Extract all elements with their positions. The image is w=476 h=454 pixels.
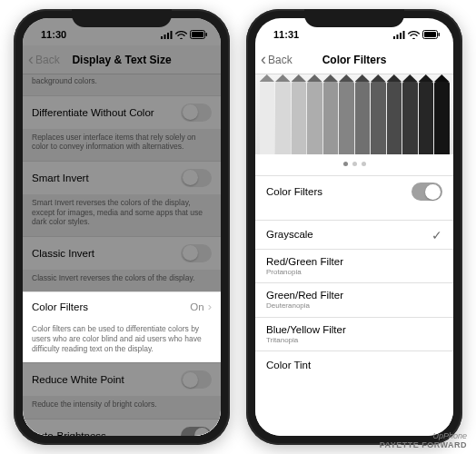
filter-option-green-red[interactable]: Green/Red Filter Deuteranopia xyxy=(255,282,453,316)
status-time: 11:31 xyxy=(273,29,299,40)
row-desc: Color filters can be used to differentia… xyxy=(23,321,221,362)
pencil xyxy=(260,82,275,154)
pencil xyxy=(307,82,322,154)
row-desc: Replaces user interface items that rely … xyxy=(23,129,221,161)
toggle-classic-invert[interactable] xyxy=(181,244,212,262)
watermark-line2: PAYETTE FORWARD xyxy=(380,441,467,450)
filter-label-text: Green/Red Filter xyxy=(266,290,343,301)
row-classic-invert[interactable]: Classic Invert xyxy=(23,236,221,270)
filter-label-text: Blue/Yellow Filter xyxy=(266,324,346,335)
filter-sublabel: Protanopia xyxy=(266,269,343,277)
pencil xyxy=(292,82,307,154)
svg-rect-10 xyxy=(403,31,405,39)
battery-icon xyxy=(190,30,208,39)
filter-label: Blue/Yellow Filter Tritanopia xyxy=(266,324,346,344)
filter-sublabel: Deuteranopia xyxy=(266,302,343,311)
toggle-differentiate[interactable] xyxy=(181,104,212,122)
screen-display-text-size: 11:30 ‹ Back Display & Text Size backgro… xyxy=(23,18,221,436)
status-time: 11:30 xyxy=(41,29,66,40)
row-label: Auto-Brightness xyxy=(32,430,106,436)
color-filters-content[interactable]: Color Filters Grayscale ✓ Red/Green Filt… xyxy=(255,74,453,436)
row-label: Color Filters xyxy=(266,186,322,198)
filter-label-text: Red/Green Filter xyxy=(266,256,343,267)
notch xyxy=(304,9,404,27)
svg-rect-2 xyxy=(167,33,169,39)
back-button[interactable]: ‹ Back xyxy=(261,53,293,67)
svg-rect-3 xyxy=(171,31,173,39)
row-differentiate-without-color[interactable]: Differentiate Without Color xyxy=(23,95,221,129)
pencil xyxy=(275,82,291,154)
filter-label: Red/Green Filter Protanopia xyxy=(266,256,343,276)
page-dot[interactable] xyxy=(362,162,366,166)
row-label: Reduce White Point xyxy=(32,374,124,385)
cellular-icon xyxy=(393,31,405,39)
pencils-preview-image[interactable] xyxy=(255,74,453,154)
svg-rect-1 xyxy=(164,35,166,39)
svg-rect-9 xyxy=(400,33,402,39)
svg-rect-5 xyxy=(206,33,208,36)
row-color-filters-toggle[interactable]: Color Filters xyxy=(255,175,453,207)
nav-header: ‹ Back Display & Text Size xyxy=(23,45,221,74)
wifi-icon xyxy=(408,31,420,39)
filter-option-color-tint[interactable]: Color Tint xyxy=(255,350,453,380)
cellular-icon xyxy=(161,31,173,39)
filter-option-grayscale[interactable]: Grayscale ✓ xyxy=(255,220,453,249)
row-label: Smart Invert xyxy=(32,173,89,183)
back-button[interactable]: ‹ Back xyxy=(28,53,60,67)
row-value: On › xyxy=(190,300,212,313)
watermark: UpPhone PAYETTE FORWARD xyxy=(380,432,467,450)
page-dot[interactable] xyxy=(343,162,348,166)
row-desc: Reduce the intensity of bright colors. xyxy=(23,396,221,419)
filter-label: Grayscale xyxy=(266,229,313,241)
nav-header: ‹ Back Color Filters xyxy=(255,45,453,74)
filter-label: Color Tint xyxy=(266,360,311,371)
pencil xyxy=(434,82,450,154)
section-spacer xyxy=(255,207,453,220)
filter-sublabel: Tritanopia xyxy=(266,337,346,345)
pencil xyxy=(419,82,434,154)
toggle-auto-brightness[interactable] xyxy=(181,427,212,436)
filter-label: Green/Red Filter Deuteranopia xyxy=(266,290,343,310)
toggle-reduce-white[interactable] xyxy=(181,370,212,389)
pencil xyxy=(402,82,418,154)
chevron-right-icon: › xyxy=(208,300,212,313)
highlighted-section: Color Filters On › Color filters can be … xyxy=(23,291,221,362)
row-smart-invert[interactable]: Smart Invert xyxy=(23,161,221,194)
toggle-smart-invert[interactable] xyxy=(181,169,212,187)
row-desc: Classic Invert reverses the colors of th… xyxy=(23,270,221,292)
checkmark-icon: ✓ xyxy=(431,228,442,242)
page-indicator[interactable] xyxy=(255,154,453,175)
svg-rect-12 xyxy=(439,33,441,36)
row-reduce-white-point[interactable]: Reduce White Point xyxy=(23,362,221,396)
battery-icon xyxy=(422,30,441,39)
svg-rect-8 xyxy=(397,35,399,39)
svg-rect-7 xyxy=(393,36,395,39)
wifi-icon xyxy=(175,31,187,39)
row-color-filters[interactable]: Color Filters On › xyxy=(23,291,221,321)
row-label: Color Filters xyxy=(32,301,88,312)
chevron-left-icon: ‹ xyxy=(261,51,266,67)
row-auto-brightness[interactable]: Auto-Brightness xyxy=(23,419,221,436)
value-text: On xyxy=(190,301,203,312)
row-label: Differentiate Without Color xyxy=(32,107,154,118)
screen-color-filters: 11:31 ‹ Back Color Filters xyxy=(255,18,453,436)
chevron-left-icon: ‹ xyxy=(28,51,34,67)
status-indicators xyxy=(393,30,441,39)
row-label: Classic Invert xyxy=(32,248,94,259)
filter-option-red-green[interactable]: Red/Green Filter Protanopia xyxy=(255,249,453,282)
pencil xyxy=(355,82,371,154)
svg-rect-13 xyxy=(424,32,436,37)
settings-content[interactable]: background colors. Differentiate Without… xyxy=(23,74,221,436)
pencil xyxy=(387,82,402,154)
row-desc: Smart Invert reverses the colors of the … xyxy=(23,194,221,236)
filter-option-blue-yellow[interactable]: Blue/Yellow Filter Tritanopia xyxy=(255,317,453,350)
status-indicators xyxy=(161,30,208,39)
pencil xyxy=(323,82,339,154)
back-label: Back xyxy=(268,54,293,66)
phone-right: 11:31 ‹ Back Color Filters xyxy=(246,9,462,445)
toggle-color-filters[interactable] xyxy=(412,183,442,201)
phone-left: 11:30 ‹ Back Display & Text Size backgro… xyxy=(14,9,230,445)
pencil xyxy=(339,82,354,154)
page-dot[interactable] xyxy=(352,162,357,166)
notch xyxy=(72,9,172,27)
